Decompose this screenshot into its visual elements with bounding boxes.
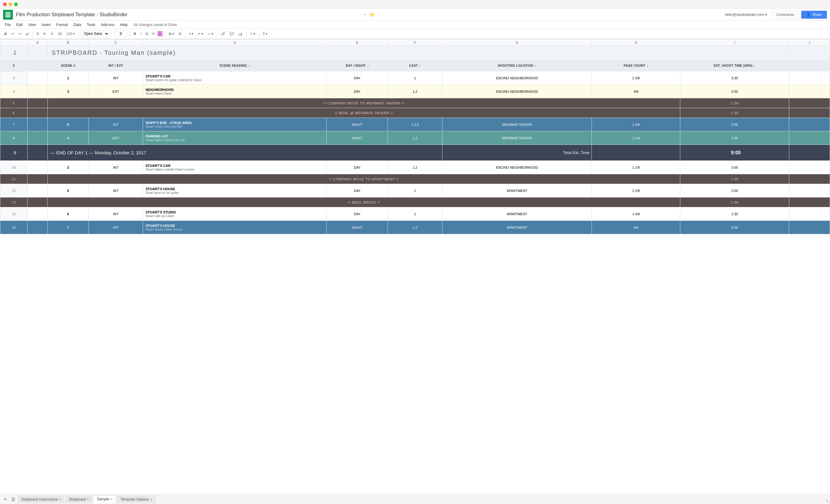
page-count-cell[interactable]: 2 3/8: [592, 71, 680, 85]
day-night-cell[interactable]: NIGHT: [327, 221, 388, 234]
scene-number-cell[interactable]: 3: [48, 85, 89, 98]
sheet-content[interactable]: A B C D E F G H I J 1: [0, 39, 830, 494]
location-cell[interactable]: APARTMENT: [442, 221, 592, 234]
menu-tools[interactable]: Tools: [84, 22, 98, 28]
location-cell[interactable]: ENCINO NEIGHBORHOOD: [442, 85, 592, 98]
redo-button[interactable]: ↪: [17, 31, 23, 37]
location-cell[interactable]: APARTMENT: [442, 207, 592, 221]
italic-button[interactable]: I: [139, 31, 143, 36]
menu-data[interactable]: Data: [71, 22, 84, 28]
shoot-time-cell[interactable]: 0:30: [680, 221, 789, 234]
page-count-cell[interactable]: 2 2/8: [592, 184, 680, 197]
spreadsheet-title[interactable]: STRIPBOARD · Touring Man (sample): [48, 45, 789, 60]
scene-heading-cell[interactable]: STUART'S CAR Stuart stakes outside Clair…: [143, 161, 327, 174]
share-button[interactable]: 👤 Share: [801, 11, 827, 19]
minimize-button[interactable]: [8, 2, 12, 6]
day-night-cell[interactable]: DAY: [327, 184, 388, 197]
print-button[interactable]: 🖶: [2, 31, 9, 36]
wrap-button[interactable]: ↵ ▾: [196, 31, 205, 37]
int-ext-cell[interactable]: INT: [89, 221, 143, 234]
scene-heading-cell[interactable]: STUART'S HOUSE Stuart jams on his guitar…: [143, 184, 327, 197]
cast-cell[interactable]: 1,2: [388, 131, 442, 145]
location-cell[interactable]: APARTMENT: [442, 184, 592, 197]
shoot-time-cell[interactable]: 3:00: [680, 161, 789, 174]
folder-icon[interactable]: 📁: [370, 12, 375, 17]
close-button[interactable]: [3, 2, 7, 6]
int-ext-cell[interactable]: INT: [89, 161, 143, 174]
int-ext-cell[interactable]: INT: [89, 184, 143, 197]
shoot-time-cell[interactable]: 3:30: [680, 71, 789, 85]
text-color-button[interactable]: A: [151, 31, 156, 36]
menu-view[interactable]: View: [26, 22, 39, 28]
tab-stripboard-instructions[interactable]: Stripboard Instructions ▾: [18, 496, 64, 503]
day-night-cell[interactable]: DAY: [327, 207, 388, 221]
int-ext-cell[interactable]: EXT: [89, 85, 143, 98]
cast-cell[interactable]: 1: [388, 71, 442, 85]
int-ext-cell[interactable]: EXT: [89, 131, 143, 145]
int-ext-cell[interactable]: INT: [89, 71, 143, 85]
currency-button[interactable]: $: [35, 31, 40, 36]
day-night-cell[interactable]: DAY: [327, 71, 388, 85]
menu-format[interactable]: Format: [54, 22, 70, 28]
cast-cell[interactable]: 1,2: [388, 85, 442, 98]
page-count-cell[interactable]: 4/8: [592, 221, 680, 234]
font-family-select[interactable]: Open Sans: [81, 30, 109, 37]
align-button[interactable]: ≡ ▾: [187, 31, 195, 37]
percent-button[interactable]: %: [41, 31, 47, 36]
location-cell[interactable]: MERMAID TAVERN: [442, 118, 592, 131]
day-night-cell[interactable]: NIGHT: [327, 118, 388, 131]
strikethrough-button[interactable]: S: [144, 31, 150, 36]
comments-button[interactable]: Comments: [772, 11, 798, 19]
menu-edit[interactable]: Edit: [14, 22, 25, 28]
page-count-cell[interactable]: 1 1/8: [592, 131, 680, 145]
maximize-button[interactable]: [14, 2, 18, 6]
scene-number-cell[interactable]: 2: [48, 161, 89, 174]
decimal-button[interactable]: .0: [49, 31, 55, 36]
double-decimal-button[interactable]: .00: [56, 31, 63, 36]
cast-cell[interactable]: 1,2: [388, 221, 442, 234]
scene-number-cell[interactable]: 6: [48, 207, 89, 221]
fill-color-button[interactable]: A: [157, 31, 163, 36]
scene-number-cell[interactable]: 5: [48, 184, 89, 197]
number-format-button[interactable]: 123 ▾: [65, 31, 76, 37]
bold-button[interactable]: B: [132, 31, 138, 36]
int-ext-cell[interactable]: INT: [89, 118, 143, 131]
filter-button[interactable]: ▽ ▾: [249, 31, 257, 37]
page-count-cell[interactable]: 4/8: [592, 85, 680, 98]
cast-cell[interactable]: 1,3,5: [388, 118, 442, 131]
tab-template-options[interactable]: Template Options ▾: [117, 496, 155, 503]
cast-cell[interactable]: 1,2: [388, 161, 442, 174]
sheet-menu-button[interactable]: ☰: [10, 496, 17, 503]
tab-stripboard[interactable]: Stripboard ▾: [66, 496, 92, 503]
page-count-cell[interactable]: 2 4/8: [592, 118, 680, 131]
scene-heading-cell[interactable]: STUART'S HOUSE Stuart shows Claire aroun…: [143, 221, 327, 234]
cast-cell[interactable]: 1: [388, 184, 442, 197]
location-cell[interactable]: ENCINO NEIGHBORHOOD: [442, 71, 592, 85]
menu-file[interactable]: File: [2, 22, 13, 28]
day-night-cell[interactable]: NIGHT: [327, 131, 388, 145]
comment-button[interactable]: 💬: [228, 31, 235, 37]
scene-number-cell[interactable]: 7: [48, 221, 89, 234]
rotate-button[interactable]: ⤢ ▾: [206, 31, 215, 37]
scene-heading-cell[interactable]: STUART'S STUDIO Stuart calls up Claire: [143, 207, 327, 221]
scene-heading-cell[interactable]: NEIGHBORHOOD Stuart meets Claire.: [143, 85, 327, 98]
add-sheet-button[interactable]: +: [2, 496, 8, 503]
page-count-cell[interactable]: 1 4/8: [592, 207, 680, 221]
chart-button[interactable]: 📊: [237, 31, 244, 37]
shoot-time-cell[interactable]: 2:00: [680, 118, 789, 131]
day-night-cell[interactable]: DAY: [327, 161, 388, 174]
day-night-cell[interactable]: DAY: [327, 85, 388, 98]
scene-number-cell[interactable]: 1: [48, 71, 89, 85]
border-button[interactable]: ⊞ ▾: [167, 31, 176, 37]
menu-help[interactable]: Help: [118, 22, 130, 28]
shoot-time-cell[interactable]: 1:30: [680, 207, 789, 221]
scene-heading-cell[interactable]: SKIPP'S BAR - STAGE AREA Stuart meets To…: [143, 118, 327, 131]
shoot-time-cell[interactable]: 1:00: [680, 131, 789, 145]
scene-heading-cell[interactable]: STUART'S CAR Stuart sturms his guitar, w…: [143, 71, 327, 85]
font-size-input[interactable]: [114, 31, 128, 37]
undo-button[interactable]: ↩: [10, 31, 16, 37]
page-count-cell[interactable]: 1 1/8: [592, 161, 680, 174]
paint-format-button[interactable]: 🖌: [24, 31, 31, 36]
location-cell[interactable]: ENCINO NEIGHBORHOOD: [442, 161, 592, 174]
link-button[interactable]: 🔗: [220, 31, 227, 37]
